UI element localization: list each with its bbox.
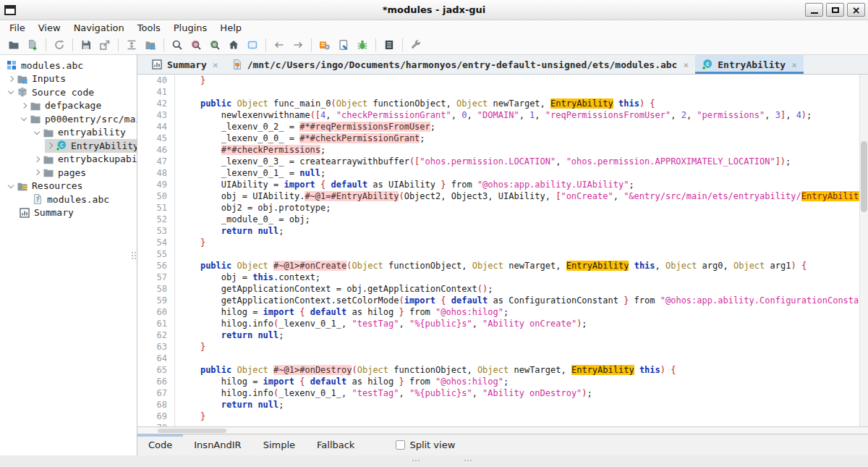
toolbar-separator [375, 38, 376, 51]
debugger-button[interactable] [353, 37, 372, 54]
add-files-button[interactable] [23, 37, 42, 54]
menu-file[interactable]: File [3, 21, 32, 35]
deobfuscation-button[interactable] [315, 37, 334, 54]
code-line-text: _module_0_ = obj; [175, 214, 310, 225]
line-number: 57 [137, 272, 175, 283]
code-line-text: _lexenv_0_2_ = #*#reqPermissionsFromUser… [175, 121, 435, 132]
chevron-right-icon[interactable] [32, 167, 43, 177]
tab-summary[interactable]: Summary× [145, 55, 225, 74]
horizontal-scrollbar-thumb[interactable] [158, 429, 226, 433]
code-line-text: return null; [175, 399, 284, 411]
log-viewer-button[interactable] [380, 37, 399, 54]
resize-grip[interactable] [464, 460, 472, 461]
vertical-scrollbar[interactable] [859, 75, 868, 426]
chevron-right-icon[interactable] [32, 154, 43, 164]
chevron-down-icon[interactable] [6, 181, 17, 191]
code-line-text: obj = UIAbility.#~@1=#EntryAbility(Objec… [175, 190, 868, 202]
reload-button[interactable] [50, 37, 69, 54]
chevron-down-icon[interactable] [6, 87, 17, 97]
bottom-tab-simple[interactable]: Simple [252, 434, 306, 455]
open-files-button[interactable] [4, 37, 23, 54]
tree-item-modules-abc[interactable]: modules.abc [6, 59, 137, 72]
quark-button[interactable] [334, 37, 353, 54]
split-view-checkbox[interactable] [396, 440, 405, 450]
tree-item-modules-abc[interactable]: ?modules.abc [32, 193, 137, 206]
menu-plugins[interactable]: Plugins [167, 21, 214, 35]
close-tab-icon[interactable]: × [213, 59, 218, 70]
quark-icon [338, 39, 349, 51]
code-line: 62 return null; [137, 329, 868, 341]
code-line-text: hilog.info(_lexenv_0_1_, "testTag", "%{p… [175, 318, 587, 329]
tree-item-label: modules.abc [47, 194, 109, 205]
menu-view[interactable]: View [32, 21, 67, 35]
close-tab-icon[interactable]: × [683, 59, 689, 70]
code-line: 54 } [137, 237, 868, 248]
tree-item-defpackage[interactable]: defpackage [19, 99, 137, 113]
split-view-toggle[interactable]: Split view [396, 434, 455, 455]
back-button[interactable] [270, 37, 289, 54]
tree-item-entrybackupability[interactable]: entrybackupability [32, 153, 137, 167]
code-line: 60 hilog = import { default as hilog } f… [137, 306, 868, 318]
log-viewer-icon [383, 39, 395, 51]
code-line: 67 hilog.info(_lexenv_0_1_, "testTag", "… [137, 387, 868, 399]
tree-item-p000entry-src-main[interactable]: p000entry/src/main [19, 112, 137, 126]
vertical-scrollbar-thumb[interactable] [861, 141, 867, 212]
main-activity-button[interactable] [224, 37, 243, 54]
menu-tools[interactable]: Tools [131, 21, 167, 35]
code-line: 59 getApplicationContext.setColorMode(im… [137, 295, 868, 306]
tree-item-pages[interactable]: pages [32, 166, 137, 180]
code-line: 49 UIAbility = import { default as UIAbi… [137, 179, 868, 190]
flat-packages-button[interactable] [141, 37, 160, 54]
tree-item-label: EntryAbility [71, 140, 137, 151]
toolbar-separator [402, 38, 403, 51]
save-all-button[interactable] [77, 37, 95, 54]
chevron-down-icon[interactable] [19, 114, 30, 124]
tree-item-summary[interactable]: Summary [19, 206, 137, 220]
tree-item-label: Resources [32, 180, 82, 191]
tree-item-resources[interactable]: Resources [6, 180, 137, 193]
comment-search-button[interactable] [205, 37, 224, 54]
code-line-text: public Object #~@1>#onCreate(Object func… [175, 260, 807, 272]
class-icon: c [56, 140, 68, 151]
code-line: 61 hilog.info(_lexenv_0_1_, "testTag", "… [137, 318, 868, 329]
chevron-right-icon[interactable] [45, 140, 56, 151]
chevron-down-icon[interactable] [32, 127, 43, 138]
bottom-tab-fallback[interactable]: Fallback [306, 434, 365, 455]
code-line: 50 obj = UIAbility.#~@1=#EntryAbility(Ob… [137, 190, 868, 202]
close-tab-icon[interactable]: × [791, 59, 797, 70]
export-button[interactable] [95, 37, 114, 54]
code-line: 51 obj2 = obj.prototype; [137, 202, 868, 214]
class-search-button[interactable] [187, 37, 205, 54]
line-number: 61 [137, 318, 175, 329]
chevron-right-icon[interactable] [6, 74, 17, 84]
sync-button[interactable] [122, 37, 141, 54]
menu-navigation[interactable]: Navigation [67, 21, 131, 35]
code-line-text: } [175, 411, 205, 422]
code-editor[interactable]: 40 }4142 public Object func_main_0(Objec… [137, 75, 868, 426]
code-line: 58 getApplicationContext = obj.getApplic… [137, 283, 868, 295]
chevron-right-icon[interactable] [19, 101, 30, 111]
tree-item-entryability[interactable]: entryability [32, 126, 137, 140]
code-line: 66 hilog = import { default as hilog } f… [137, 376, 868, 387]
tab-mnt-c-users-ingo-documents-harmonyos-ent[interactable]: ?/mnt/c/Users/ingo/Documents/harmonyos/e… [225, 55, 696, 74]
code-line-text [175, 86, 179, 98]
tree-item-source-code[interactable]: Source code [6, 85, 137, 99]
forward-button[interactable] [289, 37, 307, 54]
preferences-button[interactable] [407, 37, 425, 54]
select-frame-button[interactable] [243, 37, 262, 54]
tree-item-entryability[interactable]: cEntryAbility [45, 139, 137, 153]
splitter-grip[interactable] [132, 252, 136, 259]
text-search-button[interactable] [168, 37, 187, 54]
back-icon [273, 39, 285, 51]
tab-entryability[interactable]: cEntryAbility× [695, 55, 804, 74]
resize-grip[interactable] [412, 460, 420, 461]
resources-folder-icon [17, 180, 29, 192]
toolbar-separator [72, 38, 73, 51]
bottom-tab-code[interactable]: Code [137, 434, 183, 455]
horizontal-scrollbar[interactable] [137, 426, 868, 434]
menu-help[interactable]: Help [213, 21, 248, 35]
bottom-tab-insnandir[interactable]: InsnAndIR [183, 434, 252, 455]
tree-item-inputs[interactable]: Inputs [6, 72, 137, 86]
jadx-gui-window: *modules - jadx-gui × FileViewNavigation… [0, 0, 868, 467]
main-area: modules.abcInputsSource codedefpackagep0… [0, 55, 868, 455]
